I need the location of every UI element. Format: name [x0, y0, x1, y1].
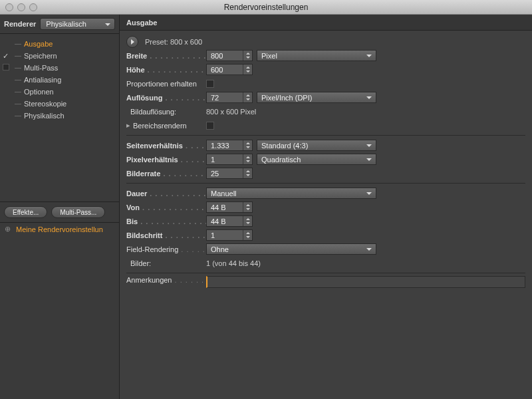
- panel-body: Preset: 532 x 399 Breite 800 Pixel Höhe …: [120, 31, 532, 399]
- frames-value: 1 (von 44 bis 44): [206, 259, 261, 267]
- sidebar-tree: AusgabeSpeichernMulti-PassAntialiasingOp…: [0, 33, 119, 202]
- spinner-icon[interactable]: [243, 65, 252, 74]
- sidebar-item-ausgabe[interactable]: Ausgabe: [0, 38, 119, 50]
- aspect-combo[interactable]: Standard (4:3): [257, 140, 376, 151]
- sidebar-item-label: Physikalisch: [15, 112, 65, 120]
- window-titlebar: Rendervoreinstellungen: [0, 0, 532, 15]
- duration-combo[interactable]: Manuell: [206, 188, 376, 199]
- sidebar-item-antialiasing[interactable]: Antialiasing: [0, 74, 119, 86]
- effects-button[interactable]: Effekte...: [4, 206, 47, 218]
- sidebar-item-stereoskopie[interactable]: Stereoskopie: [0, 98, 119, 110]
- resolution-unit-combo[interactable]: Pixel/Inch (DPI): [257, 92, 376, 103]
- preset-line: Preset: 532 x 399: [145, 38, 202, 46]
- sidebar-item-label: Multi-Pass: [15, 64, 58, 72]
- spinner-icon[interactable]: [243, 216, 252, 226]
- region-render-label: Bereichsrendern: [133, 122, 206, 130]
- sidebar-item-label: Speichern: [15, 52, 57, 60]
- fps-label: Bilderrate: [126, 170, 206, 178]
- resolution-label: Auflösung: [126, 94, 206, 102]
- keep-proportions-checkbox[interactable]: [206, 80, 214, 88]
- sidebar-item-physikalisch[interactable]: Physikalisch: [0, 110, 119, 122]
- notes-label: Anmerkungen: [126, 276, 206, 284]
- to-label: Bis: [126, 217, 206, 225]
- sidebar-item-label: Optionen: [15, 88, 54, 96]
- region-render-checkbox[interactable]: [206, 122, 214, 130]
- duration-label: Dauer: [126, 190, 206, 198]
- pixel-aspect-label: Pixelverhältnis: [126, 156, 206, 164]
- width-unit-combo[interactable]: Pixel: [257, 50, 376, 61]
- height-label: Höhe: [126, 66, 206, 74]
- preset-name: Meine Rendervoreinstellun: [16, 225, 103, 233]
- sidebar-item-optionen[interactable]: Optionen: [0, 86, 119, 98]
- checkbox-on-icon[interactable]: [3, 52, 11, 60]
- spinner-icon[interactable]: [243, 154, 252, 164]
- keep-proportions-label: Proportionen erhalten: [126, 80, 206, 88]
- spinner-icon[interactable]: [243, 51, 252, 61]
- fps-input[interactable]: 25: [206, 168, 253, 179]
- field-render-label: Field-Rendering: [126, 245, 206, 253]
- sidebar-item-label: Antialiasing: [15, 76, 61, 84]
- step-label: Bildschritt: [126, 231, 206, 239]
- disclosure-icon[interactable]: ▸: [126, 121, 133, 130]
- pixel-aspect-combo[interactable]: Quadratisch: [257, 154, 376, 165]
- aspect-input[interactable]: 1.333: [206, 140, 253, 151]
- frames-label: Bilder:: [126, 259, 206, 267]
- renderer-dropdown-value: Physikalisch: [46, 20, 86, 28]
- preset-play-button[interactable]: [126, 36, 138, 48]
- checkbox-off-icon[interactable]: [3, 64, 11, 72]
- spinner-icon[interactable]: [243, 140, 252, 150]
- spinner-icon[interactable]: [243, 92, 252, 102]
- height-input[interactable]: 600: [206, 64, 253, 75]
- width-input[interactable]: 800: [206, 50, 253, 61]
- preset-expand-icon: ⊕: [3, 225, 12, 233]
- sidebar-item-label: Stereoskopie: [15, 100, 66, 108]
- window-title: Rendervoreinstellungen: [0, 3, 532, 12]
- resolution-input[interactable]: 72: [206, 92, 253, 103]
- to-input[interactable]: 44 B: [206, 215, 253, 227]
- spinner-icon[interactable]: [243, 230, 252, 240]
- image-resolution-value: 532 x 399 Pixel: [206, 108, 256, 116]
- from-label: Von: [126, 203, 206, 211]
- notes-textarea[interactable]: [206, 276, 525, 288]
- image-resolution-label: Bildauflösung:: [126, 108, 206, 116]
- from-input[interactable]: 44 B: [206, 201, 253, 213]
- renderer-label: Renderer: [4, 20, 36, 28]
- width-label: Breite: [126, 52, 206, 60]
- pixel-aspect-input[interactable]: 1: [206, 154, 253, 165]
- aspect-label: Seitenverhältnis: [126, 142, 206, 150]
- preset-bar[interactable]: ⊕ Meine Rendervoreinstellun: [0, 222, 119, 235]
- step-input[interactable]: 1: [206, 229, 253, 241]
- panel-title: Ausgabe: [120, 15, 532, 31]
- renderer-dropdown[interactable]: Physikalisch: [40, 18, 115, 30]
- sidebar-item-speichern[interactable]: Speichern: [0, 50, 119, 62]
- sidebar-item-multi-pass[interactable]: Multi-Pass: [0, 62, 119, 74]
- field-render-combo[interactable]: Ohne: [206, 243, 376, 255]
- multipass-button[interactable]: Multi-Pass...: [51, 206, 105, 218]
- spinner-icon[interactable]: [243, 202, 252, 212]
- sidebar: Renderer Physikalisch AusgabeSpeichernMu…: [0, 15, 120, 399]
- sidebar-item-label: Ausgabe: [15, 40, 53, 48]
- spinner-icon[interactable]: [243, 168, 252, 178]
